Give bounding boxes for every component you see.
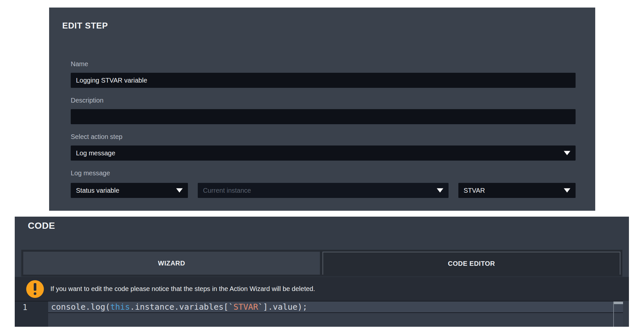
editor-content[interactable]: console.log(this.instance.variables[`STV… bbox=[48, 302, 623, 327]
warning-text: If you want to edit the code please noti… bbox=[50, 285, 315, 293]
action-step-selected-value: Log message bbox=[76, 149, 115, 157]
code-segment: console.log( bbox=[51, 302, 110, 312]
code-tabbar: WIZARD CODE EDITOR bbox=[21, 250, 622, 277]
tab-wizard-label: WIZARD bbox=[158, 260, 185, 267]
instance-selected-value: Current instance bbox=[203, 187, 251, 194]
chevron-down-icon bbox=[564, 188, 570, 193]
scrollbar-thumb[interactable] bbox=[614, 302, 623, 304]
action-step-label: Select action step bbox=[71, 133, 576, 141]
chevron-down-icon bbox=[437, 188, 443, 193]
log-source-select[interactable]: Status variable bbox=[71, 183, 188, 198]
code-segment: ].value); bbox=[263, 302, 307, 312]
code-segment-backtick: ` bbox=[229, 302, 233, 312]
name-input[interactable] bbox=[71, 73, 576, 88]
action-step-select[interactable]: Log message bbox=[71, 146, 576, 161]
variable-select[interactable]: STVAR bbox=[458, 183, 576, 198]
description-input[interactable] bbox=[71, 109, 576, 124]
code-panel-title: CODE bbox=[28, 221, 55, 231]
code-segment-keyword-this: this bbox=[110, 302, 130, 312]
edit-step-panel: EDIT STEP Name Description Select action… bbox=[49, 8, 595, 211]
exclamation-bar bbox=[34, 283, 36, 291]
code-line-1[interactable]: console.log(this.instance.variables[`STV… bbox=[48, 302, 623, 313]
code-editor: 1 console.log(this.instance.variables[`S… bbox=[15, 301, 623, 327]
code-segment-string-stvar: STVAR bbox=[233, 302, 258, 312]
edit-step-title: EDIT STEP bbox=[62, 21, 108, 31]
instance-select[interactable]: Current instance bbox=[198, 183, 449, 198]
chevron-down-icon bbox=[176, 188, 183, 193]
code-segment-backtick: ` bbox=[258, 302, 263, 312]
tab-wizard[interactable]: WIZARD bbox=[23, 252, 320, 275]
exclamation-icon bbox=[26, 280, 44, 298]
warning-bar: If you want to edit the code please noti… bbox=[15, 277, 629, 301]
edit-step-form: Name Description Select action step Log … bbox=[71, 60, 576, 198]
editor-scrollbar[interactable] bbox=[613, 302, 623, 327]
tab-code-editor-label: CODE EDITOR bbox=[448, 260, 495, 267]
tab-code-editor[interactable]: CODE EDITOR bbox=[322, 252, 620, 275]
editor-gutter: 1 bbox=[15, 302, 48, 327]
log-message-dropdown-row: Status variable Current instance STVAR bbox=[71, 183, 576, 198]
log-message-label: Log message bbox=[71, 169, 576, 177]
variable-selected-value: STVAR bbox=[464, 187, 485, 194]
description-label: Description bbox=[71, 96, 576, 104]
log-source-selected-value: Status variable bbox=[76, 187, 119, 194]
code-segment: .instance.variables[ bbox=[130, 302, 229, 312]
exclamation-dot bbox=[34, 292, 36, 295]
code-panel: CODE WIZARD CODE EDITOR If you want to e… bbox=[15, 217, 629, 327]
name-label: Name bbox=[71, 60, 576, 68]
chevron-down-icon bbox=[564, 151, 570, 155]
line-number: 1 bbox=[15, 302, 48, 313]
